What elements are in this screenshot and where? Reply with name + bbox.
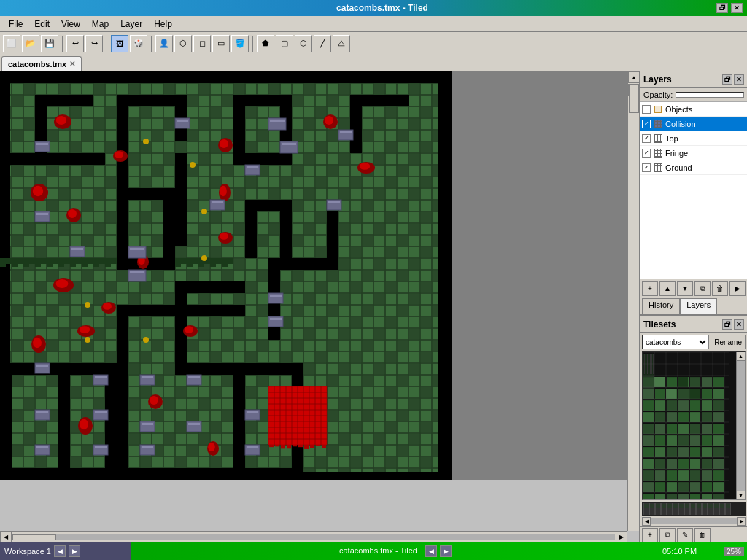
select-objects-button[interactable]: 👤	[155, 35, 173, 52]
open-button[interactable]: 📂	[22, 35, 39, 52]
layer-fringe-label: Fringe	[665, 149, 688, 158]
random-button[interactable]: 🎲	[130, 35, 147, 52]
canvas-area[interactable]	[0, 71, 639, 480]
layer-objects-check[interactable]	[642, 105, 651, 114]
workspace-prev-btn[interactable]: ◀	[54, 545, 66, 557]
status-title: catacombs.tmx - Tiled ◀ ▶	[131, 545, 659, 557]
menu-edit[interactable]: Edit	[28, 18, 55, 31]
tileset-scroll-up[interactable]: ▲	[737, 352, 745, 361]
add-layer-btn[interactable]: +	[642, 281, 658, 296]
tileset-scroll-left[interactable]: ◀	[642, 517, 651, 526]
layer-collision[interactable]: ✓ Collision	[640, 117, 747, 131]
rectangle-button[interactable]: ▭	[212, 35, 230, 52]
menu-help[interactable]: Help	[148, 18, 178, 31]
layer-objects[interactable]: Objects	[640, 102, 747, 117]
doc-prev-btn[interactable]: ◀	[425, 545, 437, 557]
opacity-label: Opacity:	[643, 90, 673, 99]
tilesets-header-btns: 🗗 ✕	[722, 319, 744, 330]
layer-top[interactable]: ✓ Top	[640, 131, 747, 146]
layer-ground-label: Ground	[665, 163, 692, 172]
status-workspace: Workspace 1 ◀ ▶	[0, 542, 131, 560]
tileset-canvas[interactable]	[643, 352, 729, 500]
move-layer-down-btn[interactable]: ▼	[677, 281, 693, 296]
tileset-scroll-down[interactable]: ▼	[737, 491, 745, 499]
horizontal-scrollbar[interactable]: ◀ ▶	[0, 531, 627, 542]
scroll-up-btn[interactable]: ▲	[628, 71, 639, 83]
edit-tileset-btn[interactable]: ✎	[677, 528, 693, 542]
layer-ground-check[interactable]: ✓	[642, 163, 651, 172]
layer-ground-icon	[653, 163, 663, 173]
layer-fringe-check[interactable]: ✓	[642, 149, 651, 158]
layers-detach-btn[interactable]: 🗗	[722, 74, 732, 85]
tileset-scroll-right[interactable]: ▶	[737, 517, 746, 526]
tab-close-btn[interactable]: ✕	[69, 60, 75, 68]
tilesets-detach-btn[interactable]: 🗗	[722, 319, 732, 330]
delete-tileset-btn[interactable]: 🗑	[694, 528, 711, 542]
right-panel: Layers 🗗 ✕ Opacity:	[639, 71, 747, 542]
save-button[interactable]: 💾	[41, 35, 58, 52]
map-canvas[interactable]	[0, 71, 452, 480]
layer-list[interactable]: Objects ✓ Collision ✓ Top	[640, 102, 747, 279]
restore-btn[interactable]: 🗗	[716, 3, 728, 13]
layers-title: Layers	[643, 74, 672, 85]
tileset-select[interactable]: catacombs	[642, 335, 709, 349]
scroll-right-btn[interactable]: ▶	[616, 532, 627, 543]
vertical-scrollbar[interactable]: ▲ ▼	[627, 71, 639, 531]
menu-view[interactable]: View	[55, 18, 86, 31]
layers-close-btn[interactable]: ✕	[734, 74, 744, 85]
duplicate-tileset-btn[interactable]: ⧉	[659, 528, 676, 542]
duplicate-layer-btn[interactable]: ⧉	[694, 281, 711, 296]
layer-ground[interactable]: ✓ Ground	[640, 160, 747, 175]
obj-line-button[interactable]: ╱	[314, 35, 331, 52]
new-button[interactable]: ⬜	[3, 35, 20, 52]
tileset-view[interactable]: ▲ ▼	[642, 351, 746, 500]
opacity-slider[interactable]	[676, 92, 744, 98]
scroll-left-btn[interactable]: ◀	[0, 532, 12, 543]
layers-panel: Layers 🗗 ✕ Opacity:	[640, 71, 747, 316]
doc-next-btn[interactable]: ▶	[440, 545, 452, 557]
layers-header-btns: 🗗 ✕	[722, 74, 744, 85]
tab-bar: catacombs.tmx ✕	[0, 55, 747, 71]
history-tab[interactable]: History	[642, 298, 680, 314]
more-options-btn[interactable]: ▶	[729, 281, 746, 296]
tileset-hscroll[interactable]: ◀ ▶	[642, 516, 746, 526]
menu-layer[interactable]: Layer	[115, 18, 148, 31]
tab-label: catacombs.tmx	[8, 60, 66, 69]
status-time: 05:10 PM	[662, 547, 697, 556]
eraser-button[interactable]: ◻	[193, 35, 211, 52]
redo-button[interactable]: ↪	[85, 35, 103, 52]
bucket-button[interactable]: 🪣	[231, 35, 249, 52]
layers-tab[interactable]: Layers	[680, 298, 717, 314]
sep1	[62, 36, 63, 52]
obj-select-button[interactable]: ⬟	[257, 35, 274, 52]
layer-fringe[interactable]: ✓ Fringe	[640, 146, 747, 160]
zoom-level: 25%	[724, 547, 744, 556]
window-title: catacombs.tmx - Tiled	[48, 3, 716, 13]
layer-top-check[interactable]: ✓	[642, 134, 651, 143]
tileset-vscroll[interactable]: ▲ ▼	[736, 352, 745, 499]
tab-catacombs[interactable]: catacombs.tmx ✕	[1, 56, 82, 71]
tilesets-panel-header: Tilesets 🗗 ✕	[640, 316, 747, 332]
sep2	[107, 36, 107, 52]
tilesets-close-btn[interactable]: ✕	[734, 319, 744, 330]
hl-tabs: History Layers	[640, 298, 747, 315]
stamp-brush-button[interactable]: 🖼	[111, 35, 128, 52]
layer-collision-icon	[653, 119, 663, 129]
add-tileset-btn[interactable]: +	[642, 528, 658, 542]
workspace-next-btn[interactable]: ▶	[69, 545, 80, 557]
layer-collision-check[interactable]: ✓	[642, 120, 651, 128]
menu-file[interactable]: File	[3, 18, 28, 31]
undo-button[interactable]: ↩	[66, 35, 84, 52]
magic-wand-button[interactable]: ⬡	[174, 35, 192, 52]
delete-layer-btn[interactable]: 🗑	[712, 281, 728, 296]
layer-collision-label: Collision	[665, 120, 696, 128]
menu-map[interactable]: Map	[86, 18, 115, 31]
obj-poly-button[interactable]: ⬡	[295, 35, 312, 52]
obj-rect-button[interactable]: ▢	[276, 35, 293, 52]
main-layout: ▲ ▼ ◀ ▶ Layers 🗗 ✕	[0, 71, 747, 542]
move-layer-up-btn[interactable]: ▲	[659, 281, 676, 296]
obj-stamp-button[interactable]: ⧋	[333, 35, 350, 52]
rename-button[interactable]: Rename	[711, 335, 746, 349]
close-btn[interactable]: ✕	[731, 3, 743, 13]
title-controls: 🗗 ✕	[716, 3, 743, 13]
